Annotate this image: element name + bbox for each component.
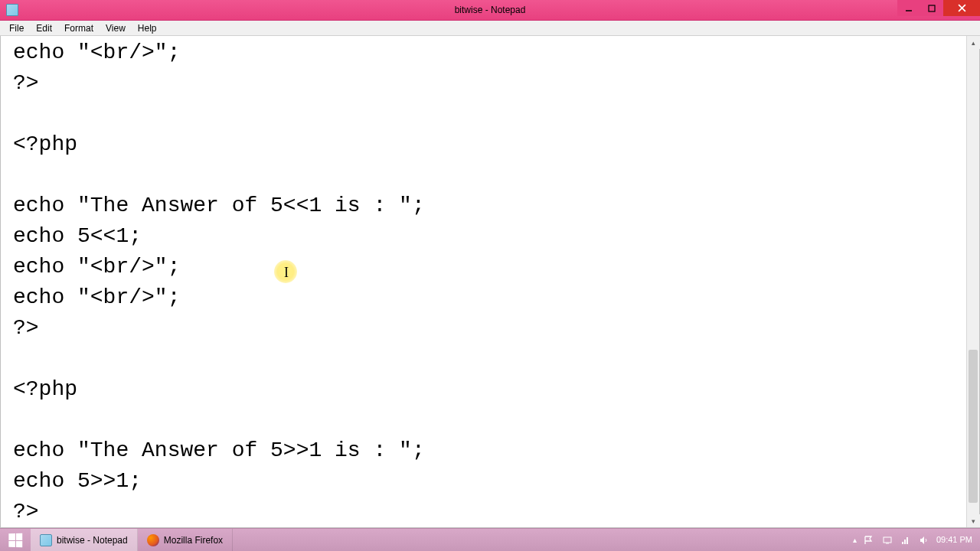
svg-rect-1 — [929, 5, 935, 11]
clock-time: 09:41 PM — [936, 535, 972, 545]
window-controls — [897, 0, 980, 16]
taskbar: bitwise - Notepad Mozilla Firefox ▴ 09:4… — [0, 528, 980, 551]
tray-overflow-chevron-icon[interactable]: ▴ — [853, 536, 857, 544]
notepad-icon — [40, 534, 52, 546]
vertical-scrollbar[interactable]: ▴ ▾ — [966, 36, 979, 527]
menu-bar: File Edit Format View Help — [0, 21, 980, 36]
editor-area: echo "<br/>"; ?> <?php echo "The Answer … — [0, 36, 980, 528]
menu-file[interactable]: File — [3, 21, 30, 35]
menu-help[interactable]: Help — [132, 21, 163, 35]
code-textarea[interactable]: echo "<br/>"; ?> <?php echo "The Answer … — [1, 36, 966, 527]
notepad-app-icon — [6, 4, 18, 16]
menu-view[interactable]: View — [100, 21, 132, 35]
signal-bars-icon[interactable] — [900, 534, 912, 546]
maximize-button[interactable] — [920, 0, 943, 16]
svg-rect-8 — [906, 537, 908, 544]
firefox-icon — [147, 534, 159, 546]
windows-logo-icon — [8, 533, 22, 547]
scroll-thumb[interactable] — [969, 350, 978, 503]
taskbar-clock[interactable]: 09:41 PM — [936, 535, 972, 545]
taskbar-item-label: Mozilla Firefox — [164, 535, 223, 546]
start-button[interactable] — [0, 529, 31, 552]
window-titlebar: bitwise - Notepad — [0, 0, 980, 21]
taskbar-item-firefox[interactable]: Mozilla Firefox — [138, 529, 233, 552]
network-icon[interactable] — [881, 534, 893, 546]
menu-edit[interactable]: Edit — [30, 21, 58, 35]
close-button[interactable] — [943, 0, 980, 16]
taskbar-item-label: bitwise - Notepad — [57, 535, 128, 546]
system-tray: ▴ 09:41 PM — [845, 529, 980, 552]
flag-icon[interactable] — [863, 534, 875, 546]
scroll-up-arrow[interactable]: ▴ — [967, 36, 980, 49]
svg-rect-4 — [884, 537, 891, 543]
minimize-button[interactable] — [897, 0, 920, 16]
menu-format[interactable]: Format — [58, 21, 100, 35]
scroll-down-arrow[interactable]: ▾ — [967, 514, 980, 527]
svg-rect-6 — [902, 542, 903, 544]
taskbar-item-notepad[interactable]: bitwise - Notepad — [31, 529, 138, 552]
svg-rect-7 — [904, 540, 906, 544]
window-title: bitwise - Notepad — [455, 5, 526, 15]
volume-icon[interactable] — [918, 534, 930, 546]
